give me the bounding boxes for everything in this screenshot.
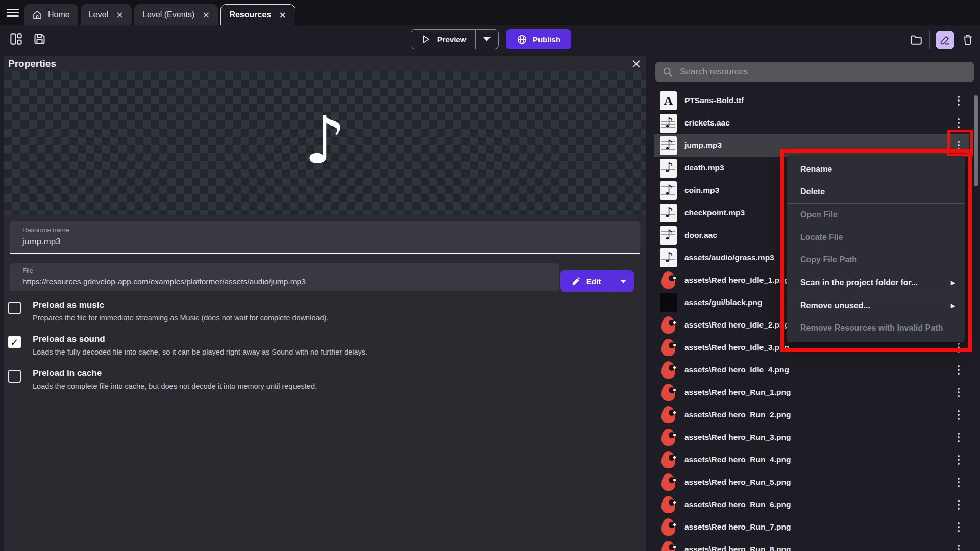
- preview-button-main[interactable]: Preview: [411, 30, 475, 49]
- tab-home[interactable]: Home: [24, 4, 78, 25]
- resource-row[interactable]: assets\Red hero_Run_2.png: [654, 404, 969, 426]
- image-file-icon: [662, 361, 675, 379]
- chevron-down-icon: [620, 280, 626, 283]
- option-label: Preload as sound: [33, 334, 368, 344]
- close-icon[interactable]: ×: [631, 56, 642, 71]
- checkbox-preload-in-cache[interactable]: ✓: [8, 370, 21, 383]
- save-icon[interactable]: [32, 31, 47, 46]
- folder-icon[interactable]: [909, 32, 924, 47]
- kebab-menu-icon[interactable]: [953, 500, 964, 510]
- image-file-icon: [660, 293, 677, 312]
- kebab-menu-icon[interactable]: [953, 478, 964, 487]
- chevron-down-icon: [483, 37, 491, 41]
- image-file-icon: [662, 406, 675, 423]
- kebab-menu-icon[interactable]: [953, 522, 964, 532]
- resource-name-label: PTSans-Bold.ttf: [684, 96, 946, 105]
- resource-name-label: assets\Red hero_Idle_4.png: [684, 365, 946, 374]
- option-description: Loads the complete file into cache, but …: [33, 382, 317, 390]
- resource-name-field[interactable]: Resource name jump.mp3: [10, 221, 640, 254]
- publish-label: Publish: [533, 35, 560, 44]
- edit-label: Edit: [586, 277, 601, 286]
- resource-row[interactable]: assets\Red hero_Run_6.png: [654, 493, 969, 516]
- kebab-menu-icon[interactable]: [953, 96, 964, 106]
- preview-dropdown-button[interactable]: [476, 30, 498, 49]
- checkbox-preload-as-music[interactable]: ✓: [8, 302, 21, 314]
- trash-icon[interactable]: [960, 32, 975, 47]
- tab-label: Home: [48, 10, 70, 19]
- tab-close-icon[interactable]: ×: [279, 10, 286, 19]
- resource-name-label: assets\Red hero_Run_4.png: [684, 455, 946, 464]
- image-file-icon: [662, 496, 675, 513]
- kebab-menu-icon[interactable]: [953, 410, 964, 420]
- resource-name-label: assets\Red hero_Run_3.png: [684, 433, 946, 442]
- edit-button-main[interactable]: Edit: [560, 270, 612, 292]
- resource-row[interactable]: assets\Red hero_Run_5.png: [654, 471, 969, 493]
- tab-label: Level (Events): [142, 10, 194, 19]
- edit-button[interactable]: Edit: [560, 270, 634, 292]
- image-file-icon: [662, 271, 675, 289]
- option-preload-as-music: ✓ Preload as music Prepares the file for…: [8, 300, 328, 322]
- audio-file-icon: ♪: [660, 159, 677, 178]
- image-file-icon: [662, 429, 675, 446]
- edit-dropdown-button[interactable]: [612, 270, 634, 292]
- resource-row[interactable]: assets\Red hero_Idle_4.png: [654, 359, 969, 381]
- globe-icon: [517, 34, 527, 45]
- kebab-menu-icon[interactable]: [953, 433, 964, 442]
- publish-button[interactable]: Publish: [506, 29, 571, 49]
- scrollbar-thumb[interactable]: [974, 95, 978, 186]
- resource-row[interactable]: assets\Red hero_Run_3.png: [654, 426, 969, 448]
- image-file-icon: [662, 541, 675, 551]
- kebab-menu-icon[interactable]: [953, 455, 964, 465]
- resource-row[interactable]: assets\Red hero_Run_4.png: [654, 448, 969, 471]
- audio-file-icon: ♪: [660, 248, 677, 267]
- search-input[interactable]: [680, 67, 967, 77]
- resource-name-field-label: Resource name: [22, 226, 69, 234]
- annotation-rect-menu: [780, 149, 972, 352]
- kebab-menu-icon[interactable]: [953, 545, 964, 551]
- image-file-icon: [662, 384, 675, 401]
- audio-file-icon: ♪: [660, 181, 677, 200]
- option-label: Preload as music: [33, 300, 328, 310]
- resource-name-field-value: jump.mp3: [22, 237, 61, 247]
- preview-button[interactable]: Preview: [411, 29, 499, 49]
- audio-file-icon: ♪: [660, 136, 677, 155]
- resource-row[interactable]: assets\Red hero_Run_8.png: [654, 538, 969, 551]
- audio-file-icon: ♪: [660, 226, 677, 245]
- tab-close-icon[interactable]: ×: [116, 10, 124, 19]
- resource-name-label: assets\Red hero_Run_6.png: [684, 500, 946, 509]
- tab-label: Resources: [229, 10, 271, 19]
- file-field[interactable]: File https://resources.gdevelop-app.com/…: [10, 263, 559, 291]
- search-icon: [662, 66, 673, 78]
- resource-row[interactable]: ♪crickets.aac: [654, 112, 969, 134]
- resource-name-label: crickets.aac: [684, 118, 946, 128]
- resource-row[interactable]: assets\Red hero_Run_7.png: [654, 516, 969, 538]
- toolbar-center: Preview Publish: [411, 29, 571, 49]
- image-file-icon: [662, 316, 675, 334]
- resource-row[interactable]: APTSans-Bold.ttf: [654, 89, 969, 112]
- tab-resources[interactable]: Resources×: [220, 4, 295, 25]
- main-menu-icon[interactable]: [7, 9, 19, 17]
- properties-title: Properties: [8, 58, 56, 69]
- kebab-menu-icon[interactable]: [953, 118, 964, 128]
- search-bar: [655, 62, 974, 82]
- checkbox-preload-as-sound[interactable]: ✓: [8, 336, 21, 348]
- resource-name-label: assets\Red hero_Run_7.png: [684, 522, 946, 532]
- tab-strip: HomeLevel×Level (Events)×Resources×: [24, 4, 295, 25]
- tab-level-events[interactable]: Level (Events)×: [134, 4, 218, 25]
- edit-mode-button[interactable]: [936, 31, 954, 49]
- audio-file-icon: ♪: [660, 114, 677, 133]
- project-manager-icon[interactable]: [8, 31, 23, 46]
- option-preload-in-cache: ✓ Preload in cache Loads the complete fi…: [8, 368, 317, 390]
- resource-preview: ♪: [4, 71, 646, 215]
- resource-name-label: assets\Red hero_Run_8.png: [684, 545, 946, 551]
- option-description: Prepares the file for immediate streamin…: [33, 314, 328, 322]
- file-field-value: https://resources.gdevelop-app.com/examp…: [22, 277, 306, 286]
- tab-level[interactable]: Level×: [81, 4, 132, 25]
- kebab-menu-icon[interactable]: [953, 388, 964, 397]
- kebab-menu-icon[interactable]: [953, 365, 964, 375]
- font-file-icon: A: [660, 91, 677, 110]
- resource-row[interactable]: assets\Red hero_Run_1.png: [654, 381, 969, 404]
- tab-close-icon[interactable]: ×: [202, 10, 210, 19]
- tab-bar: HomeLevel×Level (Events)×Resources×: [0, 0, 980, 25]
- toolbar-left: [8, 31, 47, 46]
